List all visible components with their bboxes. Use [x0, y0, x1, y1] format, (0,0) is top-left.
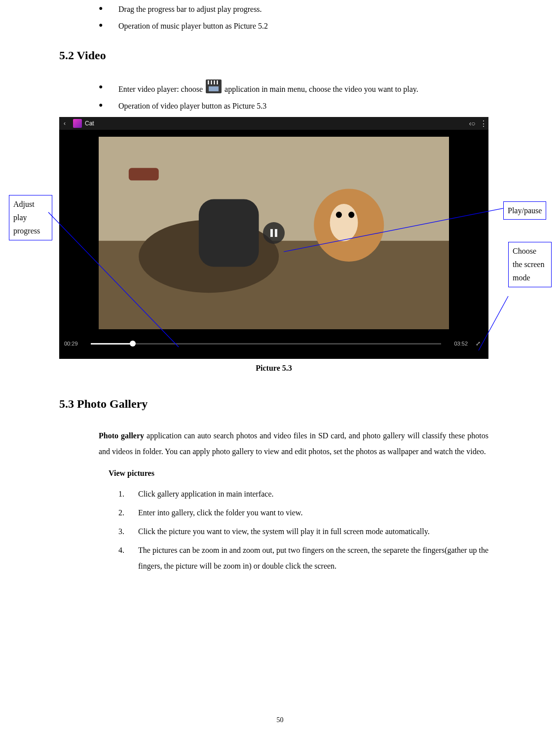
page: Drag the progress bar to adjust play pro… [0, 0, 560, 734]
svg-line-11 [479, 296, 508, 350]
page-number: 50 [0, 716, 560, 724]
svg-line-9 [48, 212, 179, 347]
svg-line-10 [284, 208, 503, 252]
callout-lines [0, 0, 560, 734]
